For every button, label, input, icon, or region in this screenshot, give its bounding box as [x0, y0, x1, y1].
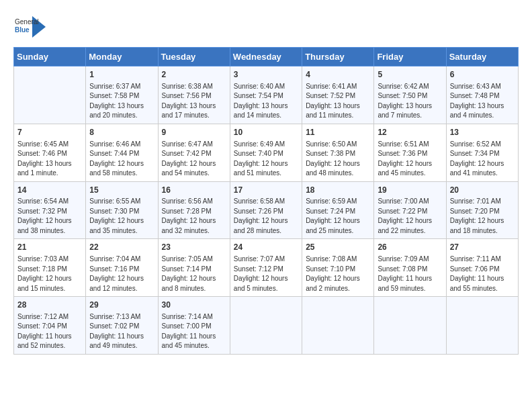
calendar-body: 1Sunrise: 6:37 AMSunset: 7:58 PMDaylight… [14, 66, 519, 355]
day-content: Sunrise: 6:52 AMSunset: 7:34 PMDaylight:… [450, 140, 515, 179]
day-number: 19 [378, 185, 442, 196]
calendar-cell: 19Sunrise: 7:00 AMSunset: 7:22 PMDayligh… [374, 181, 446, 239]
day-number: 25 [306, 242, 370, 253]
day-number: 17 [234, 185, 298, 196]
day-number: 10 [234, 127, 298, 138]
day-content: Sunrise: 6:47 AMSunset: 7:42 PMDaylight:… [162, 140, 226, 179]
svg-text:General: General [15, 18, 39, 26]
day-content: Sunrise: 7:12 AMSunset: 7:04 PMDaylight:… [17, 312, 82, 351]
day-number: 5 [378, 69, 442, 81]
day-content: Sunrise: 7:09 AMSunset: 7:08 PMDaylight:… [378, 255, 442, 293]
day-content: Sunrise: 6:38 AMSunset: 7:56 PMDaylight:… [162, 82, 226, 121]
day-content: Sunrise: 6:54 AMSunset: 7:32 PMDaylight:… [17, 197, 82, 236]
day-content: Sunrise: 6:40 AMSunset: 7:54 PMDaylight:… [234, 82, 298, 121]
day-header-monday: Monday [86, 48, 158, 66]
calendar-cell: 12Sunrise: 6:51 AMSunset: 7:36 PMDayligh… [374, 124, 446, 181]
calendar-cell: 25Sunrise: 7:08 AMSunset: 7:10 PMDayligh… [302, 239, 374, 297]
day-content: Sunrise: 7:00 AMSunset: 7:22 PMDaylight:… [378, 197, 442, 236]
day-number: 6 [450, 69, 515, 81]
day-header-tuesday: Tuesday [158, 48, 230, 66]
calendar-cell: 26Sunrise: 7:09 AMSunset: 7:08 PMDayligh… [374, 239, 446, 297]
calendar-cell: 8Sunrise: 6:46 AMSunset: 7:44 PMDaylight… [86, 124, 158, 181]
day-number: 8 [89, 127, 154, 138]
calendar-cell: 7Sunrise: 6:45 AMSunset: 7:46 PMDaylight… [14, 124, 86, 181]
day-content: Sunrise: 6:49 AMSunset: 7:40 PMDaylight:… [234, 140, 298, 179]
calendar-cell [446, 297, 518, 355]
calendar-week-2: 7Sunrise: 6:45 AMSunset: 7:46 PMDaylight… [14, 124, 519, 181]
day-header-saturday: Saturday [446, 48, 518, 66]
calendar-cell: 29Sunrise: 7:13 AMSunset: 7:02 PMDayligh… [86, 297, 158, 355]
day-number: 3 [234, 69, 298, 81]
calendar-cell: 2Sunrise: 6:38 AMSunset: 7:56 PMDaylight… [158, 66, 230, 124]
calendar-cell: 6Sunrise: 6:43 AMSunset: 7:48 PMDaylight… [446, 66, 518, 124]
day-header-thursday: Thursday [302, 48, 374, 66]
calendar-cell: 5Sunrise: 6:42 AMSunset: 7:50 PMDaylight… [374, 66, 446, 124]
day-number: 30 [162, 300, 226, 311]
calendar-cell: 30Sunrise: 7:14 AMSunset: 7:00 PMDayligh… [158, 297, 230, 355]
day-number: 22 [89, 242, 154, 253]
day-number: 12 [378, 127, 442, 138]
logo-icon: General Blue [13, 13, 46, 40]
calendar-cell: 4Sunrise: 6:41 AMSunset: 7:52 PMDaylight… [302, 66, 374, 124]
calendar-cell: 11Sunrise: 6:50 AMSunset: 7:38 PMDayligh… [302, 124, 374, 181]
day-number: 15 [89, 185, 154, 196]
day-number: 16 [162, 185, 226, 196]
day-content: Sunrise: 6:37 AMSunset: 7:58 PMDaylight:… [89, 82, 154, 121]
day-content: Sunrise: 6:59 AMSunset: 7:24 PMDaylight:… [306, 197, 370, 236]
calendar-cell: 20Sunrise: 7:01 AMSunset: 7:20 PMDayligh… [446, 181, 518, 239]
calendar-header-row: SundayMondayTuesdayWednesdayThursdayFrid… [14, 48, 519, 66]
day-content: Sunrise: 6:46 AMSunset: 7:44 PMDaylight:… [89, 140, 154, 179]
calendar-cell: 17Sunrise: 6:58 AMSunset: 7:26 PMDayligh… [230, 181, 302, 239]
calendar-week-4: 21Sunrise: 7:03 AMSunset: 7:18 PMDayligh… [14, 239, 519, 297]
day-content: Sunrise: 7:03 AMSunset: 7:18 PMDaylight:… [17, 255, 82, 293]
calendar-week-1: 1Sunrise: 6:37 AMSunset: 7:58 PMDaylight… [14, 66, 519, 124]
calendar-cell: 9Sunrise: 6:47 AMSunset: 7:42 PMDaylight… [158, 124, 230, 181]
day-content: Sunrise: 7:08 AMSunset: 7:10 PMDaylight:… [306, 255, 370, 293]
day-content: Sunrise: 7:05 AMSunset: 7:14 PMDaylight:… [162, 255, 226, 293]
day-content: Sunrise: 6:50 AMSunset: 7:38 PMDaylight:… [306, 140, 370, 179]
calendar-week-3: 14Sunrise: 6:54 AMSunset: 7:32 PMDayligh… [14, 181, 519, 239]
day-number: 27 [450, 242, 515, 253]
calendar-cell [14, 66, 86, 124]
day-number: 2 [162, 69, 226, 81]
calendar-cell: 3Sunrise: 6:40 AMSunset: 7:54 PMDaylight… [230, 66, 302, 124]
day-number: 20 [450, 185, 515, 196]
day-number: 4 [306, 69, 370, 81]
day-number: 1 [89, 69, 154, 81]
day-content: Sunrise: 7:07 AMSunset: 7:12 PMDaylight:… [234, 255, 298, 293]
calendar-cell: 1Sunrise: 6:37 AMSunset: 7:58 PMDaylight… [86, 66, 158, 124]
calendar-table: SundayMondayTuesdayWednesdayThursdayFrid… [13, 47, 519, 355]
day-number: 23 [162, 242, 226, 253]
day-content: Sunrise: 7:04 AMSunset: 7:16 PMDaylight:… [89, 255, 154, 293]
day-number: 24 [234, 242, 298, 253]
day-number: 11 [306, 127, 370, 138]
calendar-week-5: 28Sunrise: 7:12 AMSunset: 7:04 PMDayligh… [14, 297, 519, 355]
day-number: 14 [17, 185, 82, 196]
day-content: Sunrise: 6:42 AMSunset: 7:50 PMDaylight:… [378, 82, 442, 121]
day-content: Sunrise: 6:51 AMSunset: 7:36 PMDaylight:… [378, 140, 442, 179]
day-header-friday: Friday [374, 48, 446, 66]
calendar-cell: 16Sunrise: 6:56 AMSunset: 7:28 PMDayligh… [158, 181, 230, 239]
calendar-cell: 10Sunrise: 6:49 AMSunset: 7:40 PMDayligh… [230, 124, 302, 181]
calendar-cell [302, 297, 374, 355]
calendar-cell: 24Sunrise: 7:07 AMSunset: 7:12 PMDayligh… [230, 239, 302, 297]
calendar-cell: 21Sunrise: 7:03 AMSunset: 7:18 PMDayligh… [14, 239, 86, 297]
calendar-cell: 22Sunrise: 7:04 AMSunset: 7:16 PMDayligh… [86, 239, 158, 297]
day-content: Sunrise: 6:43 AMSunset: 7:48 PMDaylight:… [450, 82, 515, 121]
calendar-cell: 27Sunrise: 7:11 AMSunset: 7:06 PMDayligh… [446, 239, 518, 297]
calendar-cell: 13Sunrise: 6:52 AMSunset: 7:34 PMDayligh… [446, 124, 518, 181]
calendar-cell: 14Sunrise: 6:54 AMSunset: 7:32 PMDayligh… [14, 181, 86, 239]
day-content: Sunrise: 6:55 AMSunset: 7:30 PMDaylight:… [89, 197, 154, 236]
day-content: Sunrise: 7:14 AMSunset: 7:00 PMDaylight:… [162, 312, 226, 351]
day-content: Sunrise: 6:45 AMSunset: 7:46 PMDaylight:… [17, 140, 82, 179]
calendar-cell: 23Sunrise: 7:05 AMSunset: 7:14 PMDayligh… [158, 239, 230, 297]
day-number: 26 [378, 242, 442, 253]
day-number: 7 [17, 127, 82, 138]
day-number: 9 [162, 127, 226, 138]
calendar-cell: 15Sunrise: 6:55 AMSunset: 7:30 PMDayligh… [86, 181, 158, 239]
day-number: 18 [306, 185, 370, 196]
day-content: Sunrise: 7:11 AMSunset: 7:06 PMDaylight:… [450, 255, 515, 293]
day-number: 28 [17, 300, 82, 311]
day-content: Sunrise: 7:13 AMSunset: 7:02 PMDaylight:… [89, 312, 154, 351]
day-number: 13 [450, 127, 515, 138]
